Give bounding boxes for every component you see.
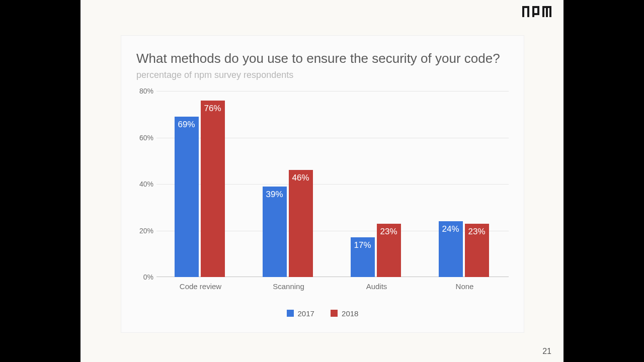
bar-2017: 24% [439, 221, 463, 277]
bar-2017: 69% [175, 117, 199, 277]
svg-rect-6 [532, 13, 539, 15]
legend-item-2018: 2018 [331, 309, 358, 318]
legend-swatch-2017 [287, 310, 294, 317]
legend-swatch-2018 [331, 310, 338, 317]
legend-label-2017: 2017 [298, 309, 314, 318]
bar-value-label: 76% [201, 104, 225, 114]
chart-card: What methods do you use to ensure the se… [121, 35, 524, 333]
grid-line [156, 91, 509, 92]
legend-label-2018: 2018 [342, 309, 358, 318]
x-tick-label: Scanning [259, 282, 319, 291]
bar-2017: 39% [263, 187, 287, 277]
bar-value-label: 39% [263, 190, 287, 200]
y-tick-label: 40% [133, 180, 153, 188]
bar-2017: 17% [351, 237, 375, 277]
npm-logo [522, 6, 551, 17]
y-tick-label: 60% [133, 134, 153, 142]
bar-value-label: 17% [351, 240, 375, 250]
slide: 21 What methods do you use to ensure the… [80, 0, 564, 362]
chart-legend: 2017 2018 [121, 309, 524, 319]
y-tick-label: 20% [133, 227, 153, 235]
x-tick-label: Audits [347, 282, 407, 291]
svg-rect-10 [549, 6, 551, 17]
y-tick-label: 0% [133, 273, 153, 281]
bar-2018: 46% [289, 170, 313, 277]
bar-value-label: 23% [465, 227, 489, 237]
bar-value-label: 23% [377, 227, 401, 237]
legend-item-2017: 2017 [287, 309, 314, 318]
bar-value-label: 24% [439, 224, 463, 234]
svg-rect-5 [537, 6, 539, 13]
bar-value-label: 69% [175, 120, 199, 130]
svg-rect-9 [546, 6, 548, 17]
bar-2018: 76% [201, 101, 225, 278]
bar-2018: 23% [377, 224, 401, 277]
bar-2018: 23% [465, 224, 489, 277]
chart-plot-area: 0%20%40%60%80%69%76%Code review39%46%Sca… [156, 91, 509, 277]
svg-rect-2 [527, 6, 529, 17]
page-number: 21 [542, 347, 551, 356]
chart-title: What methods do you use to ensure the se… [136, 51, 500, 66]
y-tick-label: 80% [133, 87, 153, 95]
bar-value-label: 46% [289, 173, 313, 183]
x-tick-label: None [435, 282, 495, 291]
chart-subtitle: percentage of npm survey respondents [136, 70, 293, 80]
x-tick-label: Code review [171, 282, 231, 291]
